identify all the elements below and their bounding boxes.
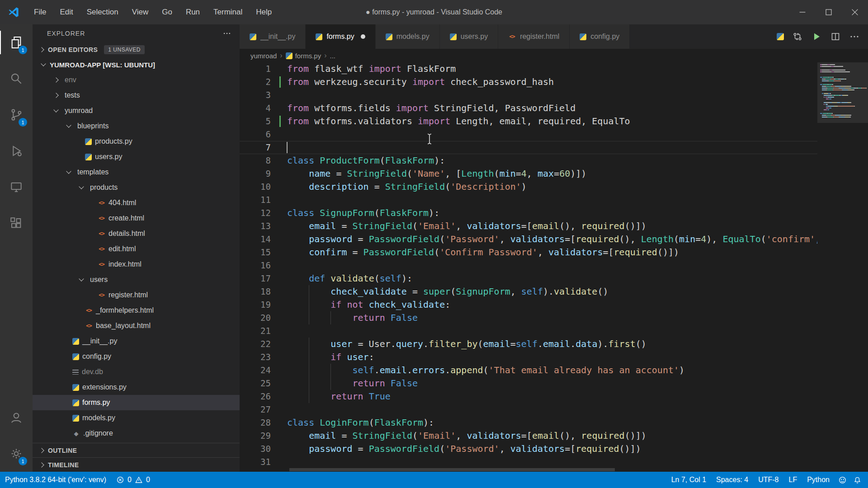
code-line-6[interactable]: 6 <box>240 128 868 141</box>
tree-item-create-html[interactable]: <>create.html <box>33 211 240 226</box>
tab-config-py[interactable]: config.py <box>570 24 630 49</box>
split-editor-button[interactable] <box>830 31 841 42</box>
code-line-2[interactable]: 2from werkzeug.security import check_pas… <box>240 75 868 89</box>
code-line-14[interactable]: 14 password = PasswordField('Password', … <box>240 233 868 246</box>
code-line-29[interactable]: 29 email = StringField('Email', validato… <box>240 429 868 442</box>
code-line-15[interactable]: 15 confirm = PasswordField('Confirm Pass… <box>240 246 868 259</box>
tree-item-edit-html[interactable]: <>edit.html <box>33 241 240 257</box>
minimap[interactable] <box>817 62 868 472</box>
code-line-23[interactable]: 23 if user: <box>240 351 868 364</box>
activity-explorer[interactable]: 1 <box>0 24 33 61</box>
code-line-26[interactable]: 26 return True <box>240 390 868 403</box>
code-editor[interactable]: 1from flask_wtf import FlaskForm2from we… <box>240 62 868 472</box>
code-line-31[interactable]: 31 <box>240 455 868 469</box>
tree-item-config-py[interactable]: config.py <box>33 349 240 364</box>
tree-item-blueprints[interactable]: blueprints <box>33 118 240 134</box>
tree-item-404-html[interactable]: <>404.html <box>33 195 240 211</box>
tree-item-users-py[interactable]: users.py <box>33 149 240 164</box>
menu-help[interactable]: Help <box>249 0 278 24</box>
code-line-17[interactable]: 17 def validate(self): <box>240 272 868 285</box>
language-mode-status[interactable]: Python <box>802 472 835 488</box>
code-line-5[interactable]: 5from wtforms.validators import Length, … <box>240 115 868 128</box>
open-changes-icon[interactable] <box>792 31 803 42</box>
tree-item-models-py[interactable]: models.py <box>33 410 240 426</box>
code-line-24[interactable]: 24 self.email.errors.append('That email … <box>240 364 868 377</box>
horizontal-scrollbar-slider[interactable] <box>289 468 615 471</box>
indentation-status[interactable]: Spaces: 4 <box>711 472 753 488</box>
code-line-22[interactable]: 22 user = User.query.filter_by(email=sel… <box>240 338 868 351</box>
tree-item-register-html[interactable]: <>register.html <box>33 287 240 303</box>
tree-item--gitignore[interactable]: ◆.gitignore <box>33 426 240 441</box>
eol-status[interactable]: LF <box>784 472 802 488</box>
python-interpreter-status[interactable]: Python 3.8.2 64-bit ('env': venv) <box>0 472 111 488</box>
tree-item--formhelpers-html[interactable]: <>_formhelpers.html <box>33 303 240 318</box>
tab-forms-py[interactable]: forms.py <box>306 24 375 49</box>
unsaved-dot-icon[interactable] <box>361 34 365 39</box>
code-line-7[interactable]: 7 <box>240 141 868 154</box>
activity-source-control[interactable]: 1 <box>0 97 33 133</box>
tree-item-details-html[interactable]: <>details.html <box>33 226 240 241</box>
code-line-16[interactable]: 16 <box>240 259 868 272</box>
breadcrumb-item-forms-py[interactable]: forms.py <box>286 52 321 60</box>
tab--init-py[interactable]: __init__.py <box>240 24 306 49</box>
explorer-more-actions-icon[interactable] <box>222 29 231 38</box>
cursor-position-status[interactable]: Ln 7, Col 1 <box>666 472 711 488</box>
activity-run-debug[interactable] <box>0 133 33 169</box>
activity-search[interactable] <box>0 61 33 97</box>
tab-register-html[interactable]: <>register.html <box>498 24 570 49</box>
code-line-27[interactable]: 27 <box>240 403 868 416</box>
tree-item-base-layout-html[interactable]: <>base_layout.html <box>33 318 240 333</box>
maximize-button[interactable] <box>816 0 842 24</box>
code-line-21[interactable]: 21 <box>240 324 868 338</box>
code-line-4[interactable]: 4from wtforms.fields import StringField,… <box>240 102 868 115</box>
tree-item-env[interactable]: env <box>33 72 240 88</box>
code-line-13[interactable]: 13 email = StringField('Email', validato… <box>240 220 868 233</box>
tree-item-index-html[interactable]: <>index.html <box>33 257 240 272</box>
tree-item-extensions-py[interactable]: extensions.py <box>33 380 240 395</box>
code-line-30[interactable]: 30 password = PasswordField('Password', … <box>240 442 868 455</box>
minimize-button[interactable] <box>789 0 816 24</box>
code-line-8[interactable]: 8class ProductForm(FlaskForm): <box>240 154 868 167</box>
python-icon[interactable] <box>777 33 784 40</box>
tree-item-templates[interactable]: templates <box>33 164 240 180</box>
activity-account[interactable] <box>0 399 33 436</box>
menu-view[interactable]: View <box>125 0 156 24</box>
code-line-10[interactable]: 10 description = StringField('Descriptio… <box>240 180 868 193</box>
feedback-smiley-icon[interactable] <box>835 472 850 488</box>
tree-item-tests[interactable]: tests <box>33 88 240 103</box>
menu-run[interactable]: Run <box>179 0 207 24</box>
run-python-file-button[interactable] <box>811 31 822 42</box>
code-line-9[interactable]: 9 name = StringField('Name', [Length(min… <box>240 167 868 180</box>
menu-file[interactable]: File <box>27 0 53 24</box>
tree-item-products-py[interactable]: products.py <box>33 134 240 149</box>
menu-selection[interactable]: Selection <box>80 0 125 24</box>
tab-users-py[interactable]: users.py <box>440 24 498 49</box>
tree-item-yumroad[interactable]: yumroad <box>33 103 240 118</box>
tree-item-forms-py[interactable]: forms.py <box>33 395 240 410</box>
breadcrumb-item-yumroad[interactable]: yumroad <box>250 52 277 60</box>
workspace-root-folder[interactable]: YUMROAD-APP [WSL: UBUNTU] <box>33 57 240 72</box>
code-line-19[interactable]: 19 if not check_validate: <box>240 298 868 311</box>
menu-edit[interactable]: Edit <box>53 0 80 24</box>
breadcrumb-item--[interactable]: ... <box>330 52 336 60</box>
close-button[interactable] <box>842 0 868 24</box>
more-actions-button[interactable] <box>849 31 860 42</box>
tree-item-dev-db[interactable]: dev.db <box>33 364 240 380</box>
open-editors-section[interactable]: OPEN EDITORS 1 UNSAVED <box>33 42 240 57</box>
menu-go[interactable]: Go <box>155 0 179 24</box>
tree-item-products[interactable]: products <box>33 180 240 195</box>
tab-models-py[interactable]: models.py <box>376 24 440 49</box>
code-line-11[interactable]: 11 <box>240 193 868 206</box>
activity-settings[interactable]: 1 <box>0 436 33 472</box>
code-line-28[interactable]: 28class LoginForm(FlaskForm): <box>240 416 868 429</box>
problems-status[interactable]: 0 0 <box>111 472 155 488</box>
timeline-section[interactable]: TIMELINE <box>33 457 240 472</box>
menu-terminal[interactable]: Terminal <box>207 0 249 24</box>
code-line-1[interactable]: 1from flask_wtf import FlaskForm <box>240 62 868 75</box>
activity-extensions[interactable] <box>0 205 33 241</box>
outline-section[interactable]: OUTLINE <box>33 443 240 457</box>
code-line-20[interactable]: 20 return False <box>240 311 868 324</box>
code-line-3[interactable]: 3 <box>240 89 868 102</box>
tree-item-users[interactable]: users <box>33 272 240 287</box>
tree-item--init-py[interactable]: __init__.py <box>33 333 240 349</box>
